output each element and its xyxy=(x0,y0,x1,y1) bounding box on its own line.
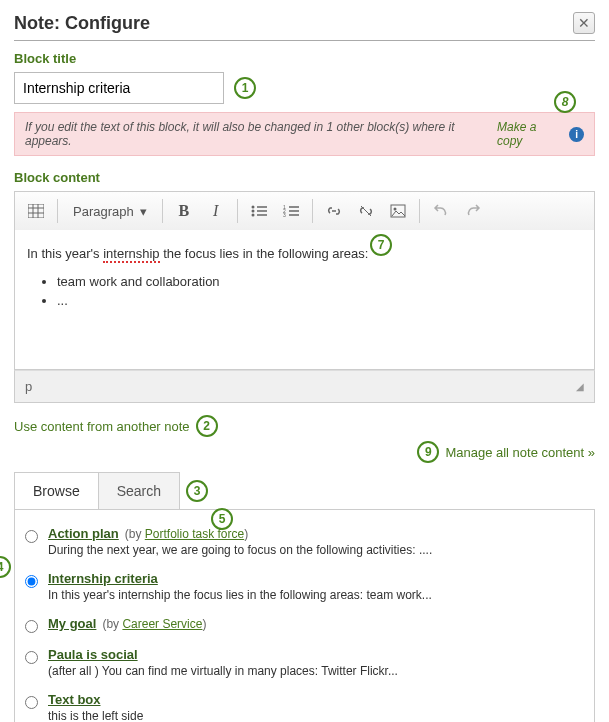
warning-text: If you edit the text of this block, it w… xyxy=(25,120,493,148)
separator xyxy=(57,199,58,223)
editor-text-err: internship xyxy=(103,246,159,263)
tab-search[interactable]: Search xyxy=(99,472,180,510)
dialog-header: Note: Configure ✕ xyxy=(14,12,595,41)
note-desc: In this year's internship the focus lies… xyxy=(48,588,584,602)
separator xyxy=(312,199,313,223)
bullet-list-button[interactable] xyxy=(244,197,274,225)
annotation-4: 4 xyxy=(0,556,11,578)
note-author-link[interactable]: Portfolio task force xyxy=(145,527,244,541)
note-item: Text boxthis is the left side xyxy=(25,688,584,722)
use-content-link[interactable]: Use content from another note xyxy=(14,419,190,434)
svg-rect-0 xyxy=(28,204,44,218)
close-button[interactable]: ✕ xyxy=(573,12,595,34)
note-item: Paula is social(after all ) You can find… xyxy=(25,643,584,688)
separator xyxy=(162,199,163,223)
editor-bullet: ... xyxy=(57,291,582,311)
note-item: My goal(by Career Service) xyxy=(25,612,584,643)
chevron-down-icon: ▾ xyxy=(140,204,147,219)
tab-browse[interactable]: Browse xyxy=(14,472,99,510)
info-icon[interactable]: i xyxy=(569,127,584,142)
note-radio[interactable] xyxy=(25,530,38,543)
unlink-button[interactable] xyxy=(351,197,381,225)
separator xyxy=(237,199,238,223)
undo-button[interactable] xyxy=(426,197,456,225)
note-title-link[interactable]: My goal xyxy=(48,616,96,631)
note-title-link[interactable]: Paula is social xyxy=(48,647,138,662)
table-icon[interactable] xyxy=(21,197,51,225)
manage-all-link[interactable]: Manage all note content » xyxy=(445,445,595,460)
dialog-title: Note: Configure xyxy=(14,13,150,34)
svg-text:3: 3 xyxy=(283,212,286,218)
redo-button[interactable] xyxy=(458,197,488,225)
link-button[interactable] xyxy=(319,197,349,225)
note-title-link[interactable]: Internship criteria xyxy=(48,571,158,586)
svg-line-17 xyxy=(361,206,371,216)
warning-box: If you edit the text of this block, it w… xyxy=(14,112,595,156)
block-title-input[interactable] xyxy=(14,72,224,104)
annotation-5: 5 xyxy=(211,508,233,530)
editor-content[interactable]: In this year's internship the focus lies… xyxy=(14,230,595,370)
svg-point-5 xyxy=(251,206,254,209)
editor-toolbar: Paragraph ▾ B I 123 xyxy=(14,191,595,230)
block-content-label: Block content xyxy=(14,170,595,185)
editor-path-bar: p ◢ xyxy=(14,370,595,403)
note-author-link[interactable]: Career Service xyxy=(122,617,202,631)
note-desc: this is the left side xyxy=(48,709,584,722)
note-radio[interactable] xyxy=(25,696,38,709)
editor-text: the focus lies in the following areas: xyxy=(160,246,369,261)
note-title-link[interactable]: Text box xyxy=(48,692,101,707)
annotation-3: 3 xyxy=(186,480,208,502)
note-desc: (after all ) You can find me virtually i… xyxy=(48,664,584,678)
separator xyxy=(419,199,420,223)
tab-panel-browse: 4 5 Action plan(by Portfolio task force)… xyxy=(14,509,595,722)
svg-point-7 xyxy=(251,210,254,213)
resize-handle-icon[interactable]: ◢ xyxy=(576,381,584,392)
note-radio[interactable] xyxy=(25,651,38,664)
bold-button[interactable]: B xyxy=(169,197,199,225)
path-text: p xyxy=(25,379,32,394)
editor-text: In this year's xyxy=(27,246,103,261)
annotation-7: 7 xyxy=(370,234,392,256)
annotation-1: 1 xyxy=(234,77,256,99)
format-label: Paragraph xyxy=(73,204,134,219)
annotation-2: 2 xyxy=(196,415,218,437)
numbered-list-button[interactable]: 123 xyxy=(276,197,306,225)
note-desc: During the next year, we are going to fo… xyxy=(48,543,584,557)
note-by: (by Career Service) xyxy=(102,617,206,631)
make-copy-link[interactable]: Make a copy xyxy=(497,120,563,148)
close-icon: ✕ xyxy=(578,15,590,31)
italic-button[interactable]: I xyxy=(201,197,231,225)
annotation-8: 8 xyxy=(554,91,576,113)
note-by: (by Portfolio task force) xyxy=(125,527,248,541)
note-title-link[interactable]: Action plan xyxy=(48,526,119,541)
note-item: Internship criteriaIn this year's intern… xyxy=(25,567,584,612)
format-select[interactable]: Paragraph ▾ xyxy=(64,199,156,224)
svg-point-19 xyxy=(393,208,396,211)
tabs: Browse Search 3 xyxy=(14,472,595,510)
editor-bullet: team work and collaboration xyxy=(57,272,582,292)
svg-point-9 xyxy=(251,214,254,217)
annotation-9: 9 xyxy=(417,441,439,463)
note-item: Action plan(by Portfolio task force)Duri… xyxy=(25,522,584,567)
block-title-label: Block title xyxy=(14,51,595,66)
note-radio[interactable] xyxy=(25,620,38,633)
image-button[interactable] xyxy=(383,197,413,225)
note-radio[interactable] xyxy=(25,575,38,588)
